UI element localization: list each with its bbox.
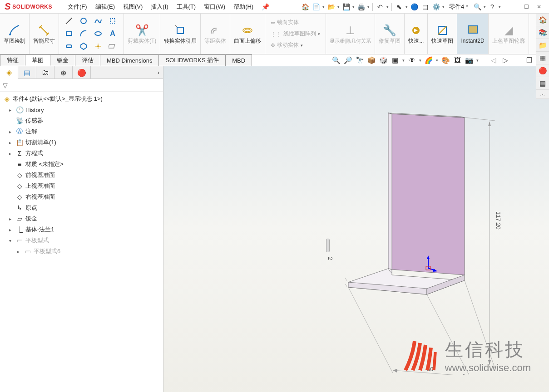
decal-icon[interactable]: 🖼 [453,56,462,65]
line-tool-icon[interactable] [63,15,75,26]
open-dropdown[interactable]: ▾ [337,5,340,9]
tab-mbd-dimensions[interactable]: MBD Dimensions [100,54,159,66]
tree-root[interactable]: ◈ 零件4 (默认<<默认>_显示状态 1>) [1,93,162,104]
close-button[interactable]: ✕ [534,2,544,11]
sidebar-expand-icon[interactable]: › [154,66,163,79]
options-dropdown[interactable]: ▾ [442,5,445,9]
new-icon[interactable]: 📄 [312,2,321,11]
expand-icon[interactable]: ▸ [9,129,14,134]
render-icon[interactable]: 📷 [465,56,474,65]
point-tool-icon[interactable] [92,41,104,52]
circle-tool-icon[interactable] [77,15,90,26]
undo-icon[interactable]: ↶ [376,2,385,11]
tab-feature[interactable]: 特征 [0,54,25,66]
tree-sensors[interactable]: 📡 传感器 [1,115,162,126]
polygon-tool-icon[interactable] [77,41,90,52]
select-icon[interactable]: ⬉ [395,2,404,11]
select-dropdown[interactable]: ▾ [406,5,408,9]
rapid-button[interactable]: 快速... [408,24,424,44]
spline-tool-icon[interactable] [92,15,104,26]
surface-offset-button[interactable]: 曲面上偏移 [234,24,261,44]
view-orientation-icon[interactable]: 🎲 [379,56,388,65]
previous-view-icon[interactable]: 🔭 [355,56,364,65]
menu-tools[interactable]: 工具(T) [173,1,200,13]
slot-tool-icon[interactable] [63,41,75,52]
help-dropdown[interactable]: ▾ [499,5,501,9]
zoom-fit-icon[interactable]: 🔍 [331,56,341,65]
taskpane-library-icon[interactable]: 📚 [536,26,549,39]
options-list-icon[interactable]: ▤ [420,2,430,11]
plane-tool-icon[interactable] [106,41,119,52]
tree-flat-pattern[interactable]: ▾ ▭ 平板型式 [1,235,162,246]
taskpane-home-icon[interactable]: 🏠 [536,14,549,26]
print-icon[interactable]: 🖨️ [356,2,366,11]
print-dropdown[interactable]: ▾ [367,5,370,9]
taskpane-properties-icon[interactable]: ▤ [536,77,549,90]
expand-icon[interactable]: ▸ [17,249,22,254]
expand-icon[interactable]: ▾ [9,238,14,243]
search-icon[interactable]: 🔍 [473,2,482,11]
taskpane-explorer-icon[interactable]: 📁 [536,39,549,52]
new-dropdown[interactable]: ▾ [322,5,325,9]
viewport-next-icon[interactable]: ▷ [501,56,510,65]
tree-equations[interactable]: ▸ Σ 方程式 [1,148,162,159]
instant2d-button[interactable]: Instant2D [461,24,484,44]
zoom-area-icon[interactable]: 🔎 [343,56,352,65]
tree-flat-pattern-6[interactable]: ▸ ▭ 平板型式6 [1,246,162,257]
taskpane-collapse-icon[interactable]: ︿ [536,90,549,99]
tree-annotations[interactable]: ▸ Ⓐ 注解 [1,126,162,137]
tree-cutlist[interactable]: ▸ 📋 切割清单(1) [1,137,162,148]
tab-mbd[interactable]: MBD [225,54,252,66]
taskpane-appearance-icon[interactable]: 🔴 [536,64,549,77]
expand-icon[interactable]: ▸ [9,108,14,113]
sidebar-tab-display[interactable]: 🔴 [73,66,91,79]
menu-file[interactable]: 文件(F) [64,1,91,13]
expand-icon[interactable]: ▸ [9,151,14,156]
text-tool-icon[interactable]: A [106,28,119,39]
menu-help[interactable]: 帮助(H) [230,1,257,13]
arc-tool-icon[interactable] [77,28,90,39]
scene-icon[interactable]: 🌈 [424,56,433,65]
tree-material[interactable]: ≡ 材质 <未指定> [1,159,162,170]
viewport-minimize-icon[interactable]: — [513,56,522,65]
maximize-button[interactable]: ☐ [521,2,532,11]
rebuild-icon[interactable]: 🔵 [410,2,419,11]
tree-base-flange[interactable]: ▸ ⎿ 基体-法兰1 [1,224,162,235]
menu-insert[interactable]: 插入(I) [147,1,172,13]
appearance-icon[interactable]: 🎨 [441,56,450,65]
tree-top-plane[interactable]: ◇ 上视基准面 [1,181,162,191]
menu-edit[interactable]: 编辑(E) [92,1,119,13]
sidebar-tab-dimxpert[interactable]: ⊕ [54,66,73,79]
expand-icon[interactable]: ▸ [9,216,14,221]
smart-dimension-button[interactable]: 智能尺寸 [33,24,55,44]
help-icon[interactable]: ? [488,2,497,11]
convert-entities-button[interactable]: 转换实体引用 [164,24,197,44]
tree-sheetmetal-feature[interactable]: ▸ ▱ 钣金 [1,213,162,224]
hide-show-icon[interactable]: 👁 [407,56,416,65]
sidebar-tab-config[interactable]: 🗂 [36,66,54,79]
tab-evaluate[interactable]: 评估 [75,54,100,66]
display-style-icon[interactable]: ▣ [391,56,400,65]
open-icon[interactable]: 📂 [326,2,336,11]
splitter-handle[interactable] [326,239,330,252]
expand-icon[interactable]: ▸ [9,140,14,145]
sidebar-tab-property[interactable]: ▤ [18,66,36,79]
tree-front-plane[interactable]: ◇ 前视基准面 [1,170,162,181]
viewport-prev-icon[interactable]: ◁ [489,56,498,65]
tab-solidworks-addins[interactable]: SOLIDWORKS 插件 [158,54,226,66]
tab-sheetmetal[interactable]: 钣金 [50,54,75,66]
pin-icon[interactable]: 📌 [258,3,273,10]
filter-icon[interactable]: ▽ [3,82,8,89]
sketch-button[interactable]: 草图绘制 [4,24,25,44]
section-view-icon[interactable]: 📦 [367,56,376,65]
undo-dropdown[interactable]: ▾ [386,5,389,9]
sidebar-tab-featuretree[interactable]: ◈ [0,66,18,79]
options-icon[interactable]: ⚙️ [431,2,440,11]
viewport-restore-icon[interactable]: ❐ [524,56,534,65]
fillet-tool-icon[interactable] [106,15,119,26]
home-icon[interactable]: 🏠 [301,2,310,11]
rapid-sketch-button[interactable]: 快速草图 [431,24,453,44]
rectangle-tool-icon[interactable] [63,28,75,39]
tree-history[interactable]: ▸ 🕘 History [1,104,162,115]
menu-window[interactable]: 窗口(W) [200,1,229,13]
